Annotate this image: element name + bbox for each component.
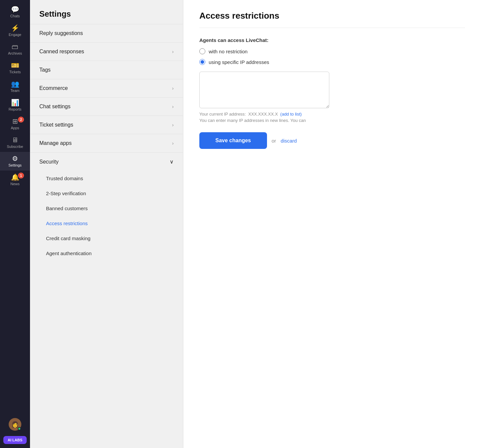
nav-item-engage[interactable]: ⚡Engage: [0, 21, 30, 40]
tickets-label: Tickets: [9, 70, 21, 74]
radio-no-restriction-label: with no restriction: [209, 49, 248, 54]
chevron-icon-ecommerce: ›: [172, 86, 174, 91]
security-sub-trusted-domains[interactable]: Trusted domains: [30, 171, 183, 186]
section-label: Agents can access LiveChat:: [199, 37, 465, 43]
nav-item-tickets[interactable]: 🎫Tickets: [0, 59, 30, 77]
radio-no-restriction-input[interactable]: [199, 48, 205, 54]
user-avatar[interactable]: 👩: [9, 418, 21, 431]
security-sub-two-step[interactable]: 2-Step verification: [30, 186, 183, 201]
reports-label: Reports: [9, 107, 22, 111]
apps-icon: ⊞: [12, 118, 18, 125]
ip-address-textarea[interactable]: [199, 72, 329, 108]
settings-header: Settings: [30, 0, 183, 24]
chevron-icon-ticket-settings: ›: [172, 122, 174, 128]
settings-item-reply-suggestions[interactable]: Reply suggestions: [30, 24, 183, 42]
nav-item-archives[interactable]: 🗃Archives: [0, 40, 30, 59]
settings-item-label-manage-apps: Manage apps: [39, 140, 72, 146]
nav-item-reports[interactable]: 📊Reports: [0, 96, 30, 115]
team-icon: 👥: [11, 81, 19, 87]
radio-no-restriction[interactable]: with no restriction: [199, 48, 465, 54]
chats-icon: 💬: [11, 6, 19, 13]
settings-item-label-canned-responses: Canned responses: [39, 49, 84, 55]
security-section: Security∨Trusted domains2-Step verificat…: [30, 152, 183, 261]
settings-item-label-chat-settings: Chat settings: [39, 104, 70, 110]
save-changes-button[interactable]: Save changes: [199, 132, 267, 149]
security-sub-agent-auth[interactable]: Agent authentication: [30, 246, 183, 261]
or-label: or: [272, 138, 276, 144]
content-title: Access restrictions: [199, 11, 465, 28]
radio-specific-ip-input[interactable]: [199, 59, 205, 65]
chats-label: Chats: [10, 14, 20, 18]
security-sub-credit-card[interactable]: Credit card masking: [30, 231, 183, 246]
nav-item-subscribe[interactable]: 🖥Subscribe: [0, 133, 30, 152]
apps-label: Apps: [11, 126, 19, 130]
settings-label: Settings: [8, 163, 22, 167]
news-badge: 1: [18, 173, 24, 179]
ip-hint-text: Your current IP address:: [199, 112, 246, 117]
settings-item-label-tags: Tags: [39, 67, 51, 73]
ip-hint-current: Your current IP address: XXX.XXX.XX.X (a…: [199, 112, 465, 117]
security-sub-access-restrictions[interactable]: Access restrictions: [30, 216, 183, 231]
archives-label: Archives: [8, 51, 22, 55]
team-label: Team: [11, 89, 20, 93]
settings-item-ecommerce[interactable]: Ecommerce›: [30, 79, 183, 97]
settings-item-label-ecommerce: Ecommerce: [39, 85, 68, 91]
nav-item-apps[interactable]: ⊞Apps2: [0, 115, 30, 133]
radio-specific-ip-label: using specific IP addresses: [209, 59, 269, 65]
radio-group: with no restriction using specific IP ad…: [199, 48, 465, 65]
news-label: News: [10, 182, 20, 186]
nav-item-news[interactable]: 🔔News1: [0, 171, 30, 189]
security-chevron-icon: ∨: [170, 159, 174, 165]
archives-icon: 🗃: [12, 43, 18, 50]
security-sub-banned-customers[interactable]: Banned customers: [30, 201, 183, 216]
nav-item-team[interactable]: 👥Team: [0, 77, 30, 96]
settings-item-canned-responses[interactable]: Canned responses›: [30, 42, 183, 61]
settings-item-label-ticket-settings: Ticket settings: [39, 122, 73, 128]
settings-icon: ⚙: [12, 155, 18, 162]
content-panel: Access restrictions Agents can access Li…: [183, 0, 481, 448]
actions-row: Save changes or discard: [199, 132, 465, 149]
tickets-icon: 🎫: [11, 62, 19, 69]
online-indicator: [18, 427, 21, 430]
chevron-icon-chat-settings: ›: [172, 104, 174, 109]
nav-item-chats[interactable]: 💬Chats: [0, 3, 30, 21]
settings-item-chat-settings[interactable]: Chat settings›: [30, 97, 183, 116]
security-label: Security: [39, 159, 59, 165]
ai-labs-button[interactable]: AI LABS: [3, 436, 27, 444]
settings-panel: Settings Reply suggestionsCanned respons…: [30, 0, 183, 448]
radio-specific-ip[interactable]: using specific IP addresses: [199, 59, 465, 65]
settings-item-manage-apps[interactable]: Manage apps›: [30, 134, 183, 152]
engage-icon: ⚡: [11, 25, 19, 31]
ip-address-value: XXX.XXX.XX.X: [248, 112, 278, 117]
add-to-list-link[interactable]: (add to list): [280, 112, 302, 117]
chevron-icon-manage-apps: ›: [172, 141, 174, 146]
security-header[interactable]: Security∨: [30, 153, 183, 171]
engage-label: Engage: [9, 33, 21, 37]
chevron-icon-canned-responses: ›: [172, 49, 174, 54]
ip-hint-multi: You can enter many IP addresses in new l…: [199, 118, 465, 123]
subscribe-label: Subscribe: [7, 145, 23, 149]
nav-item-settings[interactable]: ⚙Settings: [0, 152, 30, 171]
apps-badge: 2: [18, 117, 24, 123]
left-navigation: 💬Chats⚡Engage🗃Archives🎫Tickets👥Team📊Repo…: [0, 0, 30, 448]
discard-link[interactable]: discard: [281, 138, 297, 144]
subscribe-icon: 🖥: [12, 137, 18, 143]
settings-item-ticket-settings[interactable]: Ticket settings›: [30, 116, 183, 134]
settings-item-label-reply-suggestions: Reply suggestions: [39, 30, 83, 36]
reports-icon: 📊: [11, 99, 19, 106]
settings-item-tags[interactable]: Tags: [30, 61, 183, 79]
